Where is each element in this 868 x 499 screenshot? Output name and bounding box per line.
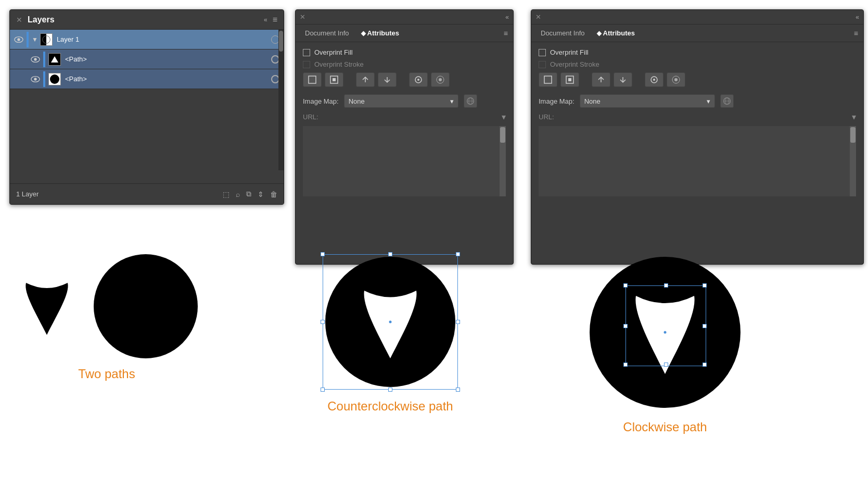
attr-btn-group [303,72,506,87]
rect-outline-btn[interactable] [303,72,322,87]
attr-panel-2-collapse[interactable]: « [856,14,859,21]
layers-rows: ▼ Layer 1 [10,30,284,170]
layers-footer: 1 Layer ⬚ ⌕ ⧉ ⇕ 🗑 [10,183,284,204]
image-map-value: None [349,97,365,105]
svg-point-1 [17,38,20,41]
new-layer-icon[interactable]: ⬚ [223,190,229,198]
attr-scrollbar[interactable] [500,126,506,196]
cw-handle-bm[interactable] [664,363,668,367]
svg-point-10 [34,78,36,80]
attr-scroll-thumb[interactable] [500,127,505,143]
cw-handle-tm[interactable] [664,283,668,288]
cw-handle-ml[interactable] [623,324,628,328]
arrow-split-left-btn[interactable] [356,72,375,87]
handle-mr[interactable] [456,320,460,324]
visibility-icon-path1[interactable] [31,56,40,63]
arrow-split-right-btn-2[interactable] [614,72,632,87]
tab-attributes-2[interactable]: Attributes [593,27,639,39]
overprint-fill-checkbox-2[interactable] [539,49,546,56]
attr-text-area-2[interactable] [539,126,856,196]
svg-rect-2 [41,34,46,45]
handle-br[interactable] [456,388,460,392]
attr-scrollbar-2[interactable] [850,126,856,196]
tab-document-info-1[interactable]: Document Info [301,27,353,39]
attr-panel-2-titlebar: ✕ « [531,10,863,24]
url-chevron: ▾ [502,112,506,122]
globe-icon[interactable] [464,94,477,108]
visibility-icon-path2[interactable] [31,76,40,83]
cw-handle-tl[interactable] [623,283,628,288]
overprint-fill-label-2: Overprint Fill [550,48,589,56]
cw-canvas-container [587,254,743,410]
layer-row-layer1[interactable]: ▼ Layer 1 [10,30,284,49]
arrow-split-left-btn-2[interactable] [592,72,610,87]
overprint-fill-row: Overprint Fill [303,48,506,56]
globe-icon-2[interactable] [720,94,734,108]
image-map-label: Image Map: [303,97,339,105]
handle-tl[interactable] [321,252,325,256]
svg-rect-13 [309,76,316,83]
circle-filled-btn[interactable] [431,72,450,87]
move-layer-icon[interactable]: ⇕ [258,190,264,198]
attr-panel-1-menu[interactable]: ≡ [504,29,508,38]
layers-scrollbar[interactable] [278,30,284,170]
attributes-panel-1: ✕ « Document Info Attributes ≡ Overprint… [295,9,514,265]
cw-handle-tr[interactable] [703,283,707,288]
attr-textarea-container-2 [539,126,856,196]
handle-ml[interactable] [321,320,325,324]
url-chevron-2: ▾ [852,112,856,122]
layer-row-path2[interactable]: <Path> [10,69,284,89]
tab-document-info-2[interactable]: Document Info [537,27,589,39]
attr-text-area[interactable] [303,126,506,196]
circle-outline-btn[interactable] [409,72,428,87]
trash-icon[interactable]: 🗑 [270,190,277,198]
ccw-label: Counterclockwise path [307,399,474,414]
rect-inner-btn[interactable] [325,72,343,87]
handle-tm[interactable] [388,252,392,256]
attr-panel-1-close[interactable]: ✕ [300,13,305,21]
handle-bl[interactable] [321,388,325,392]
search-icon[interactable]: ⌕ [236,190,240,198]
layers-collapse-arrows[interactable]: « [264,16,267,23]
image-map-select-2[interactable]: None ▾ [580,94,715,108]
overprint-stroke-checkbox[interactable] [303,61,310,68]
svg-rect-3 [46,34,52,45]
layers-menu-icon[interactable]: ≡ [273,15,277,24]
image-map-row-2: Image Map: None ▾ [539,94,856,108]
attr-panel-1-collapse[interactable]: « [505,14,509,21]
overprint-fill-checkbox[interactable] [303,49,310,56]
duplicate-layer-icon[interactable]: ⧉ [246,190,251,198]
layers-scroll-thumb[interactable] [279,31,283,52]
layer-row-path1[interactable]: <Path> [10,49,284,69]
attr-scroll-thumb-2[interactable] [850,127,856,143]
cw-handle-br[interactable] [703,363,707,367]
overprint-fill-label: Overprint Fill [314,48,353,56]
visibility-icon[interactable] [14,36,23,43]
overprint-stroke-checkbox-2[interactable] [539,61,546,68]
cw-handle-bl[interactable] [623,363,628,367]
url-row: URL: ▾ [303,112,506,122]
arrow-split-right-btn[interactable] [378,72,397,87]
rect-outline-btn-2[interactable] [539,72,557,87]
layers-close-x[interactable]: ✕ [16,16,22,24]
handle-tr[interactable] [456,252,460,256]
svg-point-6 [34,58,36,60]
image-map-select[interactable]: None ▾ [344,94,458,108]
layer-color-bar [27,32,29,47]
rect-inner-btn-2[interactable] [560,72,579,87]
expand-arrow[interactable]: ▼ [32,36,38,43]
tab-attributes-1[interactable]: Attributes [358,27,403,39]
handle-bm[interactable] [388,388,392,392]
overprint-stroke-label: Overprint Stroke [314,60,364,68]
layer-count-label: 1 Layer [16,190,216,198]
cw-handle-mr[interactable] [703,324,707,328]
layers-title: Layers [28,15,264,24]
attributes-panel-2: ✕ « Document Info Attributes ≡ Overprint… [531,9,864,265]
attr-panel-2-close[interactable]: ✕ [535,13,541,21]
circle-filled-btn-2[interactable] [667,72,685,87]
two-paths-area: Two paths [10,254,203,381]
url-row-2: URL: ▾ [539,112,856,122]
attr-panel-2-menu[interactable]: ≡ [854,29,858,38]
path2-thumbnail [48,73,61,85]
circle-outline-btn-2[interactable] [645,72,663,87]
